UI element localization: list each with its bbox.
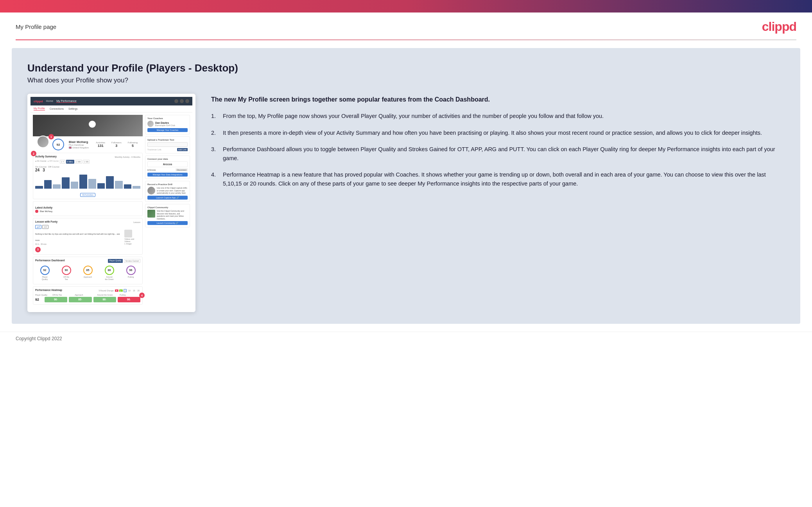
- chart-controls: 1 Y 6 Mths 1 Mth 1 Wk: [60, 160, 90, 164]
- coach-row: Dan Davies Barnstaple Golf Club: [147, 121, 188, 127]
- activity-title: Activity Summary: [35, 155, 57, 158]
- player-stats: Activities 131 Followers 3 Following 5: [96, 141, 138, 148]
- chart-btn-6m: 6 Mths: [66, 160, 74, 164]
- trackman-title: Upload a Trackman Test: [147, 139, 188, 141]
- heatmap-positive: ▲: [119, 289, 123, 292]
- badge-3-container: 3: [35, 245, 123, 252]
- heatmap-20[interactable]: 20: [136, 289, 140, 292]
- lesson-text: Nothing to feel like my hips are ending …: [35, 233, 120, 241]
- tag-golf: golf: [35, 225, 41, 229]
- mockup-subnav: My Profile Connections Settings: [30, 105, 192, 112]
- stat-followers-val: 3: [111, 144, 122, 148]
- toggle-player-quality[interactable]: Player Quality: [108, 259, 122, 263]
- heatmap-cell-arg: 86 ↑: [93, 297, 116, 302]
- player-name-block: Blair McHarg Plus Handicap 🇬🇧 United Kin…: [69, 140, 89, 149]
- performance-title: Performance Dashboard: [35, 259, 65, 262]
- bar-2: [44, 180, 52, 189]
- launch-capture-btn[interactable]: Launch Capture App 🔗: [147, 196, 188, 200]
- all-activities-btn[interactable]: All Activities: [80, 193, 95, 197]
- coach-club: Barnstaple Golf Club: [155, 124, 175, 127]
- bar-11: [124, 184, 132, 189]
- chart-btn-1w: 1 Wk: [83, 160, 90, 164]
- feature-1-text: From the top, My Profile page now shows …: [223, 112, 604, 120]
- mockup-profile-bar: 1 92 Blair McHarg Plus Handicap 🇬🇧 Uni: [33, 136, 143, 153]
- manage-integrations-btn[interactable]: Manage Your Data Integrations: [147, 173, 188, 177]
- feature-4: Performance Heatmap is a new feature tha…: [211, 170, 785, 188]
- heatmap-title: Performance Heatmap: [35, 289, 62, 291]
- heatmap-negative: ▼: [115, 289, 118, 292]
- community-title: Clippd Community: [147, 206, 188, 209]
- community-panel: Clippd Community Visit the Clippd Commun…: [145, 204, 190, 227]
- page-heading: Understand your Profile (Players - Deskt…: [27, 62, 785, 74]
- heatmap-5[interactable]: 5: [124, 289, 127, 292]
- ring-putt: 96 Putting: [126, 266, 136, 280]
- mockup-nav: clippd Home My Performance: [30, 97, 192, 105]
- feature-3: Performance Dashboard allows you to togg…: [211, 145, 785, 162]
- practice-title: Record a Practice Drill: [147, 183, 188, 186]
- right-content: The new My Profile screen brings togethe…: [211, 94, 785, 196]
- offcourse-label-full: Off Course: [48, 166, 59, 168]
- mockup-logo: clippd: [34, 100, 43, 103]
- col-header-label: Player Quality: [35, 294, 51, 296]
- heatmap-ott-val: 90: [54, 298, 57, 301]
- stat-activities-val: 131: [96, 144, 105, 148]
- mockup-nav-right: [174, 99, 189, 103]
- perf-toggle: Player Quality Strokes Gained: [108, 259, 140, 263]
- bar-4: [62, 177, 70, 189]
- ring-app: 85 Approach: [83, 266, 93, 280]
- badge-3: 3: [35, 247, 41, 252]
- ring-arg: 86 Aroundthe Green: [105, 266, 114, 280]
- bar-8: [97, 183, 105, 189]
- top-bar: [0, 0, 812, 12]
- latest-title: Latest Activity: [35, 206, 52, 209]
- community-text: Visit the Clippd Community and discover …: [157, 210, 188, 220]
- heatmap-overall-val: 92: [35, 298, 43, 302]
- lesson-tags: golf drill: [35, 225, 140, 229]
- ring-arg-label: Aroundthe Green: [105, 276, 113, 280]
- add-link-btn[interactable]: Add Link: [177, 148, 188, 151]
- heatmap-values-row: 92 90 ↑ 85 ↑ 86: [35, 297, 140, 302]
- subnav-myprofile: My Profile: [34, 107, 45, 111]
- heatmap-ott-arrow: ↑: [57, 298, 58, 301]
- col-header-approach: Approach: [75, 294, 95, 296]
- main-content: Understand your Profile (Players - Deskt…: [12, 48, 800, 324]
- feature-2: It then presents a more in-depth view of…: [211, 129, 785, 137]
- badge-1: 1: [48, 134, 54, 139]
- activity-chart: [35, 174, 140, 189]
- heatmap-app-val: 85: [78, 298, 81, 301]
- subnav-connections: Connections: [50, 107, 64, 110]
- nav-icon-1: [174, 99, 178, 103]
- coaches-panel: Your Coaches Dan Davies Barnstaple Golf …: [145, 115, 190, 134]
- player-country: 🇬🇧 United Kingdom: [69, 146, 89, 149]
- bar-10: [115, 181, 123, 189]
- feature-3-text: Performance Dashboard allows you to togg…: [223, 145, 785, 162]
- manage-coaches-btn[interactable]: Manage Your Coaches: [147, 128, 188, 132]
- practice-text: Use one of the Clippd capture drills or …: [157, 187, 188, 195]
- logo: clippd: [762, 20, 796, 34]
- trackman-panel: Upload a Trackman Test Trackman Link Add…: [145, 136, 190, 154]
- ring-app-label: Approach: [84, 276, 92, 278]
- feature-2-text: It then presents a more in-depth view of…: [223, 129, 762, 137]
- page-subheading: What does your Profile show you?: [27, 77, 785, 84]
- connect-title: Connect your data: [147, 158, 188, 160]
- heatmap-15[interactable]: 15: [132, 289, 136, 292]
- toggle-strokes-gained[interactable]: Strokes Gained: [124, 259, 140, 263]
- col-header-off-tee: Off the Tee: [52, 294, 73, 296]
- heatmap-col-headers: Player Quality Off the Tee Approach Arou…: [35, 294, 140, 296]
- lesson-image: [124, 230, 132, 237]
- bar-9: [106, 176, 114, 189]
- feature-1: From the top, My Profile page now shows …: [211, 112, 785, 120]
- coach-avatar: [147, 121, 154, 127]
- heatmap-10[interactable]: 10: [127, 289, 131, 292]
- col-header-around: Around the Green: [97, 294, 118, 296]
- disconnect-btn[interactable]: Disconnect: [176, 168, 188, 171]
- ring-ott-circle: 90: [62, 266, 71, 275]
- practice-panel: Record a Practice Drill Use one of the C…: [145, 181, 190, 202]
- right-intro: The new My Profile screen brings togethe…: [211, 95, 785, 104]
- launch-community-btn[interactable]: Launch Community 🔗: [147, 221, 188, 225]
- mockup-hero: [33, 115, 143, 136]
- chart-btn-1m: 1 Mth: [75, 160, 82, 164]
- badge-2: 2: [31, 151, 36, 156]
- hero-ball: [89, 121, 96, 128]
- trackman-input[interactable]: [147, 142, 188, 147]
